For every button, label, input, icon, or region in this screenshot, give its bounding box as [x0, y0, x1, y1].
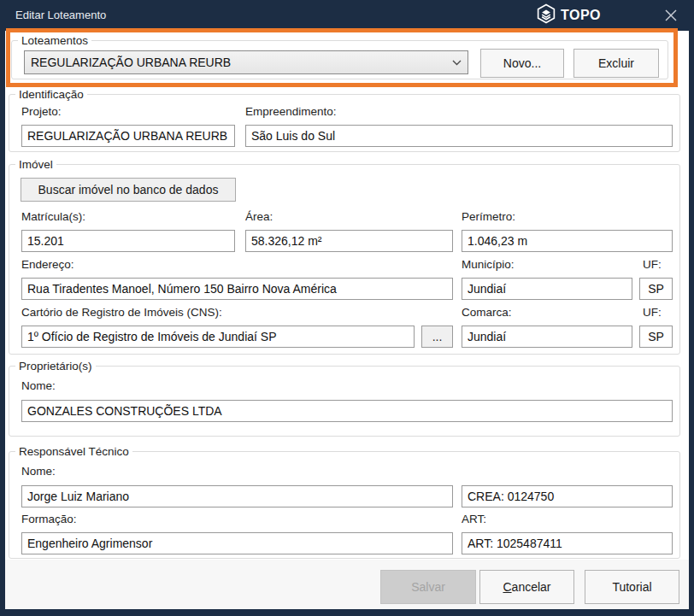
topo-brand-text: TOPO: [561, 8, 601, 23]
cancelar-accel: C: [503, 580, 511, 594]
formacao-label: Formação:: [21, 513, 77, 526]
municipio-field[interactable]: [462, 278, 632, 300]
responsavel-nome-label: Nome:: [21, 465, 56, 478]
topo-brand: TOPO: [536, 5, 638, 26]
formacao-field[interactable]: [21, 532, 453, 554]
art-field[interactable]: [462, 532, 673, 554]
projeto-label: Projeto:: [21, 105, 62, 119]
uf-comarca-field[interactable]: [639, 326, 673, 348]
uf-municipio-field[interactable]: [639, 278, 673, 300]
matricula-field[interactable]: [21, 230, 235, 252]
buscar-imovel-button[interactable]: Buscar imóvel no banco de dados: [21, 178, 236, 202]
window-title: Editar Loteamento: [15, 0, 106, 31]
tutorial-button[interactable]: Tutorial: [585, 570, 679, 604]
area-label: Área:: [245, 210, 273, 224]
area-field[interactable]: [245, 230, 453, 252]
loteamento-selected-value: REGULARIZAÇÃO URBANA REURB: [25, 56, 445, 69]
proprietario-nome-label: Nome:: [21, 379, 56, 393]
chevron-down-icon: [445, 60, 468, 66]
cartorio-field[interactable]: [21, 326, 415, 348]
projeto-field[interactable]: [21, 125, 235, 147]
group-responsavel-legend: Responsável Técnico: [15, 445, 132, 458]
novo-button[interactable]: Novo...: [480, 49, 564, 78]
endereco-field[interactable]: [21, 278, 453, 300]
proprietario-nome-field[interactable]: [21, 400, 673, 422]
group-loteamentos-legend: Loteamentos: [18, 34, 91, 47]
topo-logo-icon: [536, 3, 556, 27]
matricula-label: Matrícula(s):: [21, 210, 85, 224]
empreendimento-label: Empreendimento:: [245, 105, 337, 119]
uf-comarca-label: UF:: [643, 306, 662, 320]
comarca-field[interactable]: [462, 326, 632, 348]
perimetro-field[interactable]: [462, 230, 673, 252]
uf-municipio-label: UF:: [643, 258, 662, 272]
loteamento-select[interactable]: REGULARIZAÇÃO URBANA REURB: [24, 50, 468, 74]
close-icon[interactable]: [658, 5, 684, 26]
art-label: ART:: [462, 513, 486, 526]
municipio-label: Município:: [462, 258, 515, 272]
title-bar: Editar Loteamento TOPO: [0, 0, 694, 31]
cartorio-label: Cartório de Registro de Imóveis (CNS):: [21, 306, 222, 320]
cancelar-button[interactable]: Cancelar: [479, 570, 574, 604]
perimetro-label: Perímetro:: [462, 210, 515, 224]
group-proprietarios-legend: Proprietário(s): [15, 360, 96, 373]
empreendimento-field[interactable]: [245, 125, 673, 147]
cartorio-browse-button[interactable]: ...: [421, 326, 453, 348]
crea-field[interactable]: [462, 485, 673, 507]
group-imovel-legend: Imóvel: [15, 158, 56, 171]
comarca-label: Comarca:: [462, 306, 512, 320]
edit-loteamento-dialog: Editar Loteamento TOPO Loteamentos RE: [0, 0, 694, 616]
excluir-button[interactable]: Excluir: [573, 49, 659, 78]
group-identificacao-legend: Identificação: [15, 88, 87, 101]
endereco-label: Endereço:: [21, 258, 74, 272]
cancelar-rest: ancelar: [512, 580, 551, 594]
salvar-button[interactable]: Salvar: [380, 570, 476, 604]
responsavel-nome-field[interactable]: [21, 485, 453, 507]
